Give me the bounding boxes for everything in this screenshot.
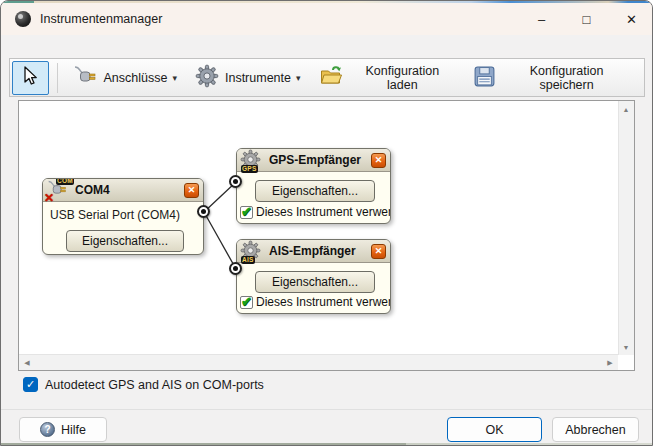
node-gps-title: GPS-Empfänger xyxy=(269,153,368,167)
port-gps-in[interactable] xyxy=(229,175,242,188)
floppy-disk-icon xyxy=(473,65,496,91)
node-ais-title: AIS-Empfänger xyxy=(269,244,368,258)
diagram-canvas[interactable]: COM ✕ COM4 ✕ USB Serial Port (COM4) Eige… xyxy=(18,100,635,371)
window-controls: – □ ✕ xyxy=(519,3,653,35)
node-com4-subtitle: USB Serial Port (COM4) xyxy=(50,208,180,222)
node-com4-header[interactable]: COM ✕ COM4 ✕ xyxy=(43,179,203,202)
disconnect-x-icon: ✕ xyxy=(44,191,54,205)
anschluesse-menu-button[interactable]: Anschlüsse ▾ xyxy=(63,61,186,95)
ais-properties-button[interactable]: Eigenschaften... xyxy=(255,271,375,293)
anschluesse-label: Anschlüsse xyxy=(104,71,168,85)
vertical-scrollbar[interactable]: ▲ ▼ xyxy=(618,101,634,355)
gps-use-label: Dieses Instrument verwende xyxy=(256,205,390,219)
gps-gear-icon: GPS xyxy=(240,149,266,171)
ais-use-instrument-row: ✔ Dieses Instrument verwende xyxy=(240,295,390,309)
gps-properties-button[interactable]: Eigenschaften... xyxy=(255,180,375,202)
ais-use-checkbox[interactable]: ✔ xyxy=(240,296,253,309)
autodetect-row: ✓ Autodetect GPS and AIS on COM-ports xyxy=(23,377,264,392)
load-config-button[interactable]: Konfiguration laden xyxy=(310,61,465,95)
instrument-manager-dialog: Instrumentenmanager – □ ✕ xyxy=(0,0,653,446)
maximize-button[interactable]: □ xyxy=(564,3,609,35)
gear-icon xyxy=(195,64,219,91)
toolbar: Anschlüsse ▾ Instrumente ▾ xyxy=(9,58,645,97)
titlebar[interactable]: Instrumentenmanager – □ ✕ xyxy=(1,3,653,35)
ais-badge: AIS xyxy=(241,256,255,264)
node-gps[interactable]: GPS GPS-Empfänger ✕ Eigenschaften... ✔ D… xyxy=(236,148,391,224)
gps-use-instrument-row: ✔ Dieses Instrument verwende xyxy=(240,205,390,219)
cancel-button[interactable]: Abbrechen xyxy=(552,417,639,442)
scroll-down-arrow[interactable]: ▼ xyxy=(618,339,634,355)
background-edge-strip xyxy=(1,1,653,3)
autodetect-label: Autodetect GPS and AIS on COM-ports xyxy=(45,378,264,392)
node-gps-close-button[interactable]: ✕ xyxy=(371,153,386,168)
scroll-up-arrow[interactable]: ▲ xyxy=(618,101,634,117)
help-button[interactable]: ? Hilfe xyxy=(19,417,107,442)
close-button[interactable]: ✕ xyxy=(609,3,653,35)
dropdown-arrow-icon: ▾ xyxy=(172,73,177,83)
toolbar-right-group: Konfiguration laden Konfiguration speich… xyxy=(310,61,640,95)
ais-gear-icon: AIS xyxy=(240,240,266,262)
ok-button[interactable]: OK xyxy=(447,417,542,442)
node-ais-close-button[interactable]: ✕ xyxy=(371,244,386,259)
scroll-left-arrow[interactable]: ◀ xyxy=(19,355,35,371)
minimize-button[interactable]: – xyxy=(519,3,564,35)
serial-plug-icon: COM ✕ xyxy=(46,179,72,201)
help-label: Hilfe xyxy=(61,423,86,437)
instrumente-label: Instrumente xyxy=(225,71,291,85)
com4-properties-button[interactable]: Eigenschaften... xyxy=(66,230,184,252)
horizontal-scrollbar[interactable]: ◀ ▶ xyxy=(19,354,618,370)
background-bottom-strip xyxy=(1,443,653,445)
save-config-button[interactable]: Konfiguration speichern xyxy=(464,61,640,95)
node-ais-header[interactable]: AIS AIS-Empfänger ✕ xyxy=(237,240,390,263)
scroll-right-arrow[interactable]: ▶ xyxy=(602,355,618,371)
node-com4-title: COM4 xyxy=(75,183,181,197)
dropdown-arrow-icon: ▾ xyxy=(296,73,301,83)
instrumente-menu-button[interactable]: Instrumente ▾ xyxy=(186,61,310,95)
app-icon xyxy=(15,11,31,27)
cursor-arrow-icon xyxy=(19,65,41,91)
open-folder-icon xyxy=(319,64,344,91)
port-ais-in[interactable] xyxy=(229,262,242,275)
toolbar-separator xyxy=(57,63,58,93)
load-config-label: Konfiguration laden xyxy=(350,64,456,92)
footer-divider xyxy=(1,409,653,410)
autodetect-checkbox[interactable]: ✓ xyxy=(23,377,38,392)
node-com4[interactable]: COM ✕ COM4 ✕ USB Serial Port (COM4) Eige… xyxy=(42,178,204,255)
gps-use-checkbox[interactable]: ✔ xyxy=(240,206,253,219)
save-config-label: Konfiguration speichern xyxy=(502,64,631,92)
gps-badge: GPS xyxy=(241,165,258,173)
node-com4-close-button[interactable]: ✕ xyxy=(184,183,199,198)
window-title: Instrumentenmanager xyxy=(40,12,162,26)
com-badge: COM xyxy=(56,178,74,185)
plug-icon xyxy=(72,64,98,91)
node-ais[interactable]: AIS AIS-Empfänger ✕ Eigenschaften... ✔ D… xyxy=(236,239,391,314)
ais-use-label: Dieses Instrument verwende xyxy=(256,295,390,309)
help-icon: ? xyxy=(40,422,55,437)
node-gps-header[interactable]: GPS GPS-Empfänger ✕ xyxy=(237,149,390,172)
select-tool-button[interactable] xyxy=(12,61,49,95)
port-com4-out[interactable] xyxy=(197,205,210,218)
